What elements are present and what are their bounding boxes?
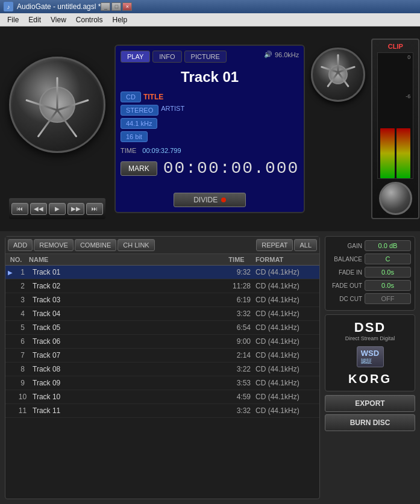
- transport-forward-end[interactable]: ⏭: [86, 203, 103, 215]
- track-row[interactable]: 8Track 083:22CD (44.1kHz): [5, 362, 319, 376]
- maximize-button[interactable]: □: [111, 2, 121, 11]
- divide-button[interactable]: DIVIDE: [174, 193, 246, 207]
- titlebar-title: AudioGate - untitled.agsl *: [17, 2, 101, 11]
- track-number: 1: [15, 266, 30, 279]
- window-controls[interactable]: _ □ ×: [101, 2, 132, 11]
- fade-out-value[interactable]: 0.0s: [365, 280, 411, 291]
- track-row[interactable]: ▶1Track 019:32CD (44.1kHz): [5, 266, 319, 279]
- track-format: CD (44.1kHz): [253, 362, 319, 376]
- transport-play[interactable]: ▶: [49, 203, 66, 215]
- transport-rewind[interactable]: ◀◀: [30, 203, 47, 215]
- dsd-logo: DSD Direct Stream Digital: [345, 320, 395, 341]
- track-format: CD (44.1kHz): [253, 266, 319, 279]
- track-row[interactable]: 11Track 113:32CD (44.1kHz): [5, 404, 319, 418]
- balance-value[interactable]: C: [365, 254, 411, 264]
- title-label: TITLE: [143, 92, 163, 102]
- volume-knob[interactable]: [379, 182, 412, 215]
- ch-link-button[interactable]: CH LINK: [118, 239, 154, 251]
- track-title-display: Track 01: [121, 69, 299, 86]
- track-number: 4: [15, 307, 30, 320]
- track-name: Track 11: [30, 404, 220, 417]
- wsd-text: WSD: [361, 349, 379, 358]
- track-time: 3:32: [220, 404, 253, 417]
- track-row[interactable]: 6Track 069:00CD (44.1kHz): [5, 335, 319, 349]
- header-time: TIME: [220, 254, 253, 265]
- mark-button[interactable]: MARK: [121, 161, 157, 176]
- minimize-button[interactable]: _: [101, 2, 110, 11]
- dsd-sub: Direct Stream Digital: [345, 335, 395, 341]
- gain-value[interactable]: 0.0 dB: [365, 240, 411, 251]
- speaker-icon: 🔊: [264, 51, 272, 58]
- clip-label: CLIP: [388, 43, 403, 50]
- burn-disc-button[interactable]: BURN DISC: [325, 414, 415, 431]
- time-row: TIME 00:09:32.799: [121, 147, 299, 154]
- menu-file[interactable]: File: [2, 14, 24, 25]
- close-button[interactable]: ×: [122, 2, 132, 11]
- speaker-control[interactable]: 🔊 96.0kHz: [264, 51, 299, 58]
- dsd-text: DSD: [345, 320, 395, 335]
- wsd-badge: WSD 認証: [357, 346, 384, 367]
- track-time: 3:53: [220, 376, 253, 390]
- display-panel: PLAY INFO PICTURE 🔊 96.0kHz Track 01 CD …: [114, 45, 305, 213]
- time-label: TIME: [121, 147, 136, 154]
- tab-picture[interactable]: PICTURE: [184, 51, 227, 63]
- add-button[interactable]: ADD: [8, 239, 33, 251]
- menu-edit[interactable]: Edit: [24, 14, 46, 25]
- track-number: 6: [15, 335, 30, 348]
- track-playing-indicator: ▶: [5, 269, 15, 276]
- track-number: 8: [15, 362, 30, 376]
- track-number: 7: [15, 349, 30, 362]
- track-row[interactable]: 4Track 043:32CD (44.1kHz): [5, 307, 319, 321]
- combine-button[interactable]: COMBINE: [75, 239, 116, 251]
- transport-forward[interactable]: ▶▶: [67, 203, 84, 215]
- remove-button[interactable]: REMOVE: [34, 239, 74, 251]
- menu-help[interactable]: Help: [108, 14, 133, 25]
- format-stereo-button[interactable]: STEREO: [121, 105, 158, 116]
- track-row[interactable]: 7Track 072:14CD (44.1kHz): [5, 349, 319, 362]
- tab-play[interactable]: PLAY: [121, 51, 150, 63]
- tracklist-body: ▶1Track 019:32CD (44.1kHz)2Track 0211:28…: [5, 266, 319, 499]
- track-name: Track 04: [30, 307, 220, 320]
- app-icon: ♪: [4, 2, 13, 11]
- transport-controls: ⏮ ◀◀ ▶ ▶▶ ⏭: [11, 203, 103, 215]
- track-name: Track 09: [30, 376, 220, 390]
- balance-label: BALANCE: [329, 256, 362, 263]
- track-number: 11: [15, 404, 30, 417]
- track-format: CD (44.1kHz): [253, 376, 319, 390]
- track-row[interactable]: 10Track 104:59CD (44.1kHz): [5, 390, 319, 404]
- fade-in-value[interactable]: 0.0s: [365, 267, 411, 278]
- menu-controls[interactable]: Controls: [71, 14, 108, 25]
- track-row[interactable]: 3Track 036:19CD (44.1kHz): [5, 293, 319, 307]
- vu-mark-0: 0: [380, 54, 410, 60]
- tab-info[interactable]: INFO: [152, 51, 181, 63]
- track-row[interactable]: 2Track 0211:28CD (44.1kHz): [5, 279, 319, 293]
- format-samplerate-button[interactable]: 44.1 kHz: [121, 118, 157, 129]
- vu-bars: [380, 128, 410, 178]
- gain-row: GAIN 0.0 dB: [329, 240, 411, 251]
- gain-label: GAIN: [329, 243, 362, 249]
- track-info-row: CD TITLE STEREO ARTIST 44.1 kHz 16 bit: [121, 92, 299, 142]
- track-name: Track 02: [30, 279, 220, 293]
- all-button[interactable]: ALL: [294, 239, 317, 251]
- timecode-display: 00:00:00.000: [163, 159, 299, 178]
- menu-view[interactable]: View: [46, 14, 71, 25]
- transport-rewind-start[interactable]: ⏮: [11, 203, 28, 215]
- display-tabs: PLAY INFO PICTURE 🔊 96.0kHz: [121, 51, 299, 63]
- dc-cut-row: DC CUT OFF: [329, 293, 411, 304]
- wsd-sub: 認証: [361, 358, 379, 366]
- format-bitdepth-button[interactable]: 16 bit: [121, 131, 148, 142]
- track-format: CD (44.1kHz): [253, 335, 319, 348]
- main-area: ⏮ ◀◀ ▶ ▶▶ ⏭ PLAY INFO PICTURE 🔊 96.0kHz …: [0, 26, 420, 504]
- format-cd-button[interactable]: CD: [121, 92, 141, 102]
- track-format: CD (44.1kHz): [253, 279, 319, 293]
- export-button[interactable]: EXPORT: [325, 395, 415, 412]
- track-row[interactable]: 5Track 056:54CD (44.1kHz): [5, 321, 319, 335]
- repeat-button[interactable]: REPEAT: [256, 239, 293, 251]
- track-name: Track 07: [30, 349, 220, 362]
- reel-right-area: [311, 39, 365, 219]
- vu-scale: 0 -6 -12 -24: [377, 52, 413, 179]
- track-time: 9:32: [220, 266, 253, 279]
- dc-cut-value[interactable]: OFF: [365, 293, 411, 304]
- track-row[interactable]: 9Track 093:53CD (44.1kHz): [5, 376, 319, 390]
- params-panel: GAIN 0.0 dB BALANCE C FADE IN 0.0s FADE …: [325, 236, 415, 311]
